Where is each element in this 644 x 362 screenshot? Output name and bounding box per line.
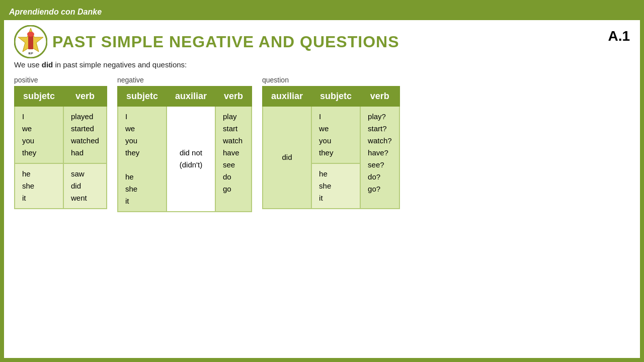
question-label: question [262, 76, 400, 84]
positive-label: positive [14, 76, 107, 84]
content-area: positive subjetc verb Iweyouthey playeds… [4, 76, 640, 212]
question-header-subjetc: subjetc [311, 86, 360, 106]
table-row: did Iweyouthey play?start?watch?have?see… [263, 106, 399, 163]
negative-header-subjetc: subjetc [118, 86, 167, 106]
positive-header-verb: verb [63, 86, 107, 106]
subtitle-pre: We use [14, 60, 42, 69]
negative-subject-1: Iweyoutheyhesheit [118, 106, 167, 212]
negative-table: subjetc auxiliar verb Iweyoutheyhesheit … [117, 86, 252, 212]
table-row: hesheit sawdidwent [15, 163, 107, 209]
header-row: IEP PAST SIMPLE NEGATIVE AND QUESTIONS A… [4, 20, 640, 60]
negative-header-verb: verb [215, 86, 252, 106]
negative-auxiliar: did not(didn't) [167, 106, 215, 212]
question-auxiliar: did [263, 106, 311, 209]
negative-section: negative subjetc auxiliar verb Iweyouthe… [117, 76, 252, 212]
table-row: Iweyouthey playedstartedwatchedhad [15, 106, 107, 163]
negative-header-auxiliar: auxiliar [167, 86, 215, 106]
question-subject-2: hesheit [311, 163, 360, 209]
positive-subject-1: Iweyouthey [15, 106, 63, 163]
negative-label: negative [117, 76, 252, 84]
svg-rect-2 [28, 35, 33, 49]
positive-section: positive subjetc verb Iweyouthey playeds… [14, 76, 107, 212]
svg-point-3 [27, 32, 34, 37]
question-section: question auxiliar subjetc verb did Iweyo… [262, 76, 400, 212]
main-title: PAST SIMPLE NEGATIVE AND QUESTIONS [52, 33, 399, 51]
question-header-verb: verb [360, 86, 399, 106]
positive-table: subjetc verb Iweyouthey playedstartedwat… [14, 86, 107, 209]
top-bar: Aprendiendo con Danke [4, 4, 640, 20]
positive-verb-2: sawdidwent [63, 163, 107, 209]
subtitle: We use did in past simple negatives and … [4, 60, 640, 74]
top-bar-title: Aprendiendo con Danke [9, 8, 102, 17]
svg-text:IEP: IEP [28, 52, 33, 55]
question-header-auxiliar: auxiliar [263, 86, 311, 106]
slide-number: A.1 [608, 25, 630, 44]
positive-subject-2: hesheit [15, 163, 63, 209]
question-table: auxiliar subjetc verb did Iweyouthey pla… [262, 86, 400, 209]
table-row: Iweyoutheyhesheit did not(didn't) playst… [118, 106, 252, 212]
subtitle-key: did [42, 60, 53, 69]
negative-verb: playstartwatchhaveseedogo [215, 106, 252, 212]
question-subject-1: Iweyouthey [311, 106, 360, 163]
question-verb: play?start?watch?have?see?do?go? [360, 106, 399, 209]
positive-header-subjetc: subjetc [15, 86, 63, 106]
positive-verb-1: playedstartedwatchedhad [63, 106, 107, 163]
logo-icon: IEP [14, 25, 47, 58]
subtitle-post: in past simple negatives and questions: [53, 60, 187, 69]
